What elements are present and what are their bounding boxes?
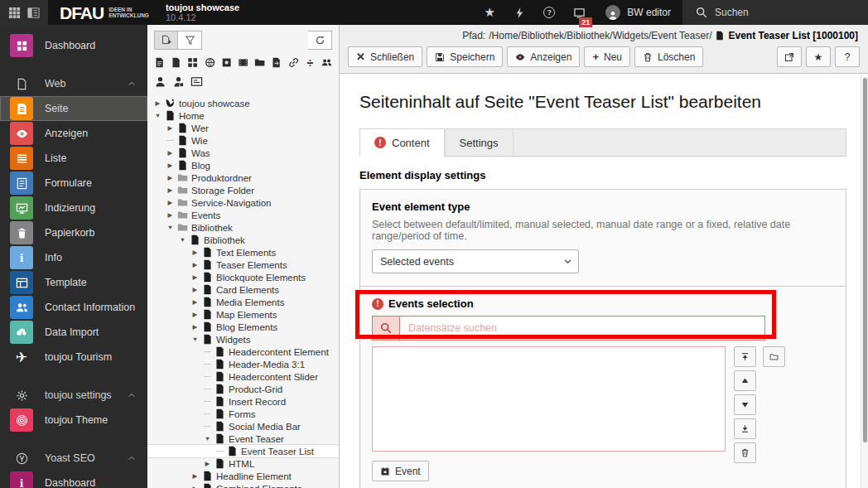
tree-expand-icon[interactable]: ▶ bbox=[165, 124, 176, 132]
tree-node-social-media-bar[interactable]: Social Media Bar bbox=[147, 420, 339, 432]
pt-link-icon[interactable] bbox=[288, 56, 299, 69]
tree-expand-icon[interactable]: ▶ bbox=[190, 485, 200, 488]
sidebar-section-toujou-settings[interactable]: toujou settings bbox=[0, 383, 147, 408]
tree-node-teaser-elements[interactable]: ▶Teaser Elements bbox=[147, 258, 339, 271]
tree-node-event-teaser-list[interactable]: Event Teaser List bbox=[147, 445, 339, 457]
tree-expand-icon[interactable]: ▶ bbox=[190, 249, 200, 256]
pt-divider-icon[interactable]: ÷ bbox=[305, 56, 316, 69]
tree-node-blockquote-elements[interactable]: ▶Blockquote Elements bbox=[147, 271, 339, 283]
move-to-bottom-button[interactable] bbox=[734, 418, 756, 439]
tree-expand-icon[interactable]: ▶ bbox=[190, 273, 200, 281]
sidebar-item-data-import[interactable]: Data Import bbox=[0, 320, 147, 345]
tree-node-service-navigation[interactable]: ▶Service-Navigation bbox=[147, 196, 339, 209]
sidebar-item-contact-information[interactable]: Contact Information bbox=[0, 295, 147, 320]
sidebar-item-toujou-tourism[interactable]: ✈toujou Tourism bbox=[0, 345, 147, 370]
help-button[interactable]: ? bbox=[534, 0, 564, 25]
pt-card-icon[interactable] bbox=[190, 75, 203, 88]
tree-expand-icon[interactable]: ▶ bbox=[165, 199, 176, 206]
pt-bwuser-icon[interactable] bbox=[172, 75, 185, 88]
sidebar-item-formulare[interactable]: Formulare bbox=[0, 171, 147, 196]
scrollbar-thumb[interactable] bbox=[863, 78, 867, 442]
new-button[interactable]: +Neu bbox=[584, 46, 630, 67]
sidebar-section-yoast-seo[interactable]: Yoast SEO bbox=[0, 446, 147, 471]
sidebar-item-seite[interactable]: Seite bbox=[0, 96, 147, 121]
tree-node-media-elements[interactable]: ▶Media Elements bbox=[147, 296, 339, 308]
record-search-button[interactable] bbox=[373, 316, 400, 340]
sidebar-item-papierkorb[interactable]: Papierkorb bbox=[0, 220, 147, 245]
modules-grid-icon[interactable] bbox=[8, 7, 21, 19]
tree-expand-icon[interactable]: ▶ bbox=[152, 99, 163, 107]
pt-users-icon[interactable] bbox=[321, 56, 332, 69]
tree-node-home[interactable]: ▼Home bbox=[147, 109, 339, 122]
tree-node-bibliothek[interactable]: ▼Bibliothek bbox=[147, 234, 339, 246]
tree-node-events[interactable]: ▶Events bbox=[147, 209, 339, 221]
tree-node-headline-element[interactable]: ▶Headline Element bbox=[147, 470, 339, 482]
tree-expand-icon[interactable]: ▶ bbox=[190, 286, 200, 293]
move-up-button[interactable] bbox=[734, 370, 756, 391]
sidebar-item-info[interactable]: iInfo bbox=[0, 245, 147, 270]
sidebar-item-template[interactable]: Template bbox=[0, 270, 147, 295]
pt-pagearrow-icon[interactable] bbox=[271, 56, 282, 69]
tree-node-headercontent-element[interactable]: Headercontent Element bbox=[147, 345, 339, 358]
tree-node-wer[interactable]: ▶Wer bbox=[147, 122, 339, 134]
sidebar-item-dashboard[interactable]: Dashboard bbox=[0, 33, 147, 58]
pt-blank-icon[interactable] bbox=[171, 56, 181, 69]
open-in-new-window-button[interactable] bbox=[777, 46, 802, 67]
tree-node-was[interactable]: ▶Was bbox=[147, 147, 339, 159]
tree-collapse-icon[interactable]: ▼ bbox=[190, 336, 200, 343]
browse-records-button[interactable] bbox=[763, 346, 785, 367]
sidebar-item-anzeigen[interactable]: Anzeigen bbox=[0, 121, 147, 146]
move-to-top-button[interactable] bbox=[734, 346, 756, 367]
tree-node-product-grid[interactable]: Product-Grid bbox=[147, 383, 339, 395]
tab-settings[interactable]: Settings bbox=[445, 129, 514, 156]
add-event-button[interactable]: Event bbox=[372, 461, 429, 481]
save-button[interactable]: Speichern bbox=[427, 46, 503, 67]
sidebar-item-indizierung[interactable]: Indizierung bbox=[0, 196, 147, 220]
event-element-type-select[interactable]: Selected events bbox=[372, 249, 579, 273]
tree-expand-icon[interactable]: ▶ bbox=[190, 311, 200, 318]
tree-node-insert-record[interactable]: Insert Record bbox=[147, 395, 339, 408]
tree-node-bibliothek[interactable]: ▼Bibliothek bbox=[147, 221, 339, 234]
delete-button[interactable]: Löschen bbox=[634, 46, 703, 67]
tree-collapse-icon[interactable]: ▼ bbox=[165, 224, 176, 231]
content-scrollbar[interactable] bbox=[861, 75, 868, 488]
tree-node-card-elements[interactable]: ▶Card Elements bbox=[147, 283, 339, 296]
tab-content[interactable]: ! Content bbox=[360, 129, 445, 157]
tree-node-forms[interactable]: Forms bbox=[147, 408, 339, 420]
pt-grid-icon[interactable] bbox=[187, 56, 198, 69]
pt-video-icon[interactable] bbox=[238, 56, 248, 69]
tree-node-text-elements[interactable]: ▶Text Elements bbox=[147, 246, 339, 258]
pt-user-icon[interactable] bbox=[154, 75, 166, 88]
remove-selected-button[interactable] bbox=[734, 442, 756, 463]
selected-events-listbox[interactable] bbox=[372, 346, 726, 452]
sidebar-item-dashboard[interactable]: iDashboard bbox=[0, 471, 147, 488]
tree-expand-icon[interactable]: ▶ bbox=[190, 298, 200, 306]
systeminfo-button[interactable]: 21 bbox=[564, 0, 594, 25]
clear-cache-button[interactable] bbox=[504, 0, 534, 25]
sidebar-section-web[interactable]: Web bbox=[0, 71, 147, 96]
tree-expand-icon[interactable]: ▶ bbox=[190, 472, 200, 480]
tree-node-event-teaser[interactable]: ▼Event Teaser bbox=[147, 432, 339, 445]
pt-page-icon[interactable] bbox=[154, 56, 165, 69]
pt-plugin-icon[interactable] bbox=[221, 56, 232, 69]
pt-folder-icon[interactable] bbox=[254, 56, 265, 69]
view-button[interactable]: Anzeigen bbox=[507, 46, 580, 67]
tree-node-headercontent-slider[interactable]: Headercontent Slider bbox=[147, 370, 339, 383]
tree-node-wie[interactable]: Wie bbox=[147, 134, 339, 147]
tree-node-widgets[interactable]: ▼Widgets bbox=[147, 333, 339, 345]
tree-collapse-icon[interactable]: ▼ bbox=[152, 112, 163, 119]
tree-expand-icon[interactable]: ▶ bbox=[165, 174, 176, 181]
tree-node-html[interactable]: ▶HTML bbox=[147, 457, 339, 470]
new-page-button[interactable] bbox=[154, 31, 178, 50]
tree-expand-icon[interactable]: ▶ bbox=[190, 261, 200, 268]
docheader-help-button[interactable]: ? bbox=[835, 46, 860, 67]
tree-node-produktordner[interactable]: ▶Produktordner bbox=[147, 172, 339, 184]
refresh-tree-button[interactable] bbox=[308, 31, 332, 50]
tree-node-map-elements[interactable]: ▶Map Elements bbox=[147, 308, 339, 321]
user-menu[interactable]: BW editor bbox=[594, 0, 682, 25]
record-search-input[interactable] bbox=[400, 316, 764, 340]
filter-button[interactable] bbox=[178, 31, 202, 50]
global-search[interactable]: Suchen bbox=[682, 0, 868, 25]
tree-collapse-icon[interactable]: ▼ bbox=[177, 236, 188, 244]
tree-node-header-media-3-1[interactable]: Header-Media 3:1 bbox=[147, 358, 339, 370]
